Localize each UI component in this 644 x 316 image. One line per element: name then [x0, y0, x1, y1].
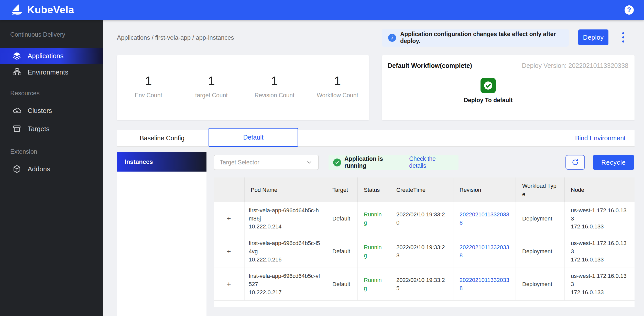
pod-name-cell: first-vela-app-696cd64b5c-hm86j 10.222.0… [244, 202, 326, 235]
createtime-cell: 2022/02/10 19:33:23 [390, 235, 453, 268]
sidebar-item-label: Applications [28, 52, 63, 60]
check-circle-icon [333, 159, 341, 166]
workflow-node-label: Deploy To default [455, 97, 521, 104]
status-cell: Running [357, 268, 390, 301]
archive-icon [12, 124, 21, 133]
recycle-button[interactable]: Recycle [593, 155, 634, 170]
bind-environment-link[interactable]: Bind Environment [575, 130, 626, 146]
cube-icon [12, 164, 21, 174]
status-cell: Running [357, 202, 390, 235]
pods-table-container: Pod Name Target Status CreateTime Revisi… [214, 177, 635, 307]
workflow-success-node-icon[interactable] [481, 78, 496, 93]
col-node: Node [564, 177, 635, 202]
table-row: + first-vela-app-696cd64b5c-vf527 10.222… [214, 268, 635, 301]
sidebar-item-applications[interactable]: Applications [0, 48, 103, 64]
sidebar-item-label: Targets [28, 125, 49, 133]
revision-link[interactable]: 20220210113320338 [453, 202, 516, 235]
stat-value: 1 [117, 74, 180, 88]
deploy-version: Deploy Version: 20220210113320338 [522, 62, 628, 69]
pods-table: Pod Name Target Status CreateTime Revisi… [214, 177, 635, 301]
sidebar: Continuous Delivery Applications Environ… [0, 20, 103, 316]
expand-row-button[interactable]: + [214, 268, 244, 301]
table-row: + first-vela-app-696cd64b5c-l54vg 10.222… [214, 235, 635, 268]
sidebar-section-continuous-delivery: Continuous Delivery [10, 31, 103, 38]
col-target: Target [326, 177, 357, 202]
table-header-row: Pod Name Target Status CreateTime Revisi… [214, 177, 635, 202]
sidebar-item-addons[interactable]: Addons [0, 161, 103, 177]
stat-label: Env Count [117, 92, 180, 99]
col-expand [214, 177, 244, 202]
stat-value: 1 [180, 74, 243, 88]
revision-link[interactable]: 20220210113320338 [453, 268, 516, 301]
pod-name: first-vela-app-696cd64b5c-l54vg [249, 239, 323, 256]
kubevela-logo-icon [10, 4, 24, 16]
table-row: + first-vela-app-696cd64b5c-hm86j 10.222… [214, 202, 635, 235]
status-text: Application is running [344, 155, 406, 169]
instances-menu-item[interactable]: Instances [117, 152, 206, 172]
sitemap-icon [12, 68, 21, 77]
pod-name-cell: first-vela-app-696cd64b5c-l54vg 10.222.0… [244, 235, 326, 268]
brand[interactable]: KubeVela [10, 4, 74, 16]
layers-icon [12, 51, 21, 60]
stat-value: 1 [243, 74, 306, 88]
brand-name: KubeVela [27, 4, 74, 16]
pod-name-cell: first-vela-app-696cd64b5c-vf527 10.222.0… [244, 268, 326, 301]
workload-type-cell: Deployment [516, 268, 564, 301]
stat-target-count: 1 target Count [180, 74, 243, 120]
target-selector-dropdown[interactable]: Target Selector [214, 155, 319, 170]
workload-type-cell: Deployment [516, 235, 564, 268]
pod-ip: 10.222.0.216 [249, 256, 323, 264]
check-details-link[interactable]: Check the details [409, 155, 454, 169]
col-status: Status [357, 177, 390, 202]
target-cell: Default [326, 202, 357, 235]
sidebar-item-targets[interactable]: Targets [0, 121, 103, 137]
createtime-cell: 2022/02/10 19:33:25 [390, 268, 453, 301]
node-name: us-west-1.172.16.0.133 [571, 206, 628, 223]
deploy-button[interactable]: Deploy [578, 29, 608, 45]
help-icon[interactable]: ? [625, 5, 634, 15]
pod-ip: 10.222.0.214 [249, 223, 323, 231]
stats-card: 1 Env Count 1 target Count 1 Revision Co… [117, 55, 369, 120]
sidebar-item-label: Addons [28, 165, 50, 173]
deploy-alert: i Application configuration changes take… [382, 29, 569, 47]
alert-text: Application configuration changes take e… [400, 31, 563, 45]
node-cell: us-west-1.172.16.0.133 172.16.0.133 [564, 202, 635, 235]
target-cell: Default [326, 268, 357, 301]
stat-label: Workflow Count [306, 92, 369, 99]
tab-baseline-config[interactable]: Baseline Config [117, 130, 207, 146]
col-createtime: CreateTime [390, 177, 453, 202]
pod-name: first-vela-app-696cd64b5c-hm86j [249, 206, 323, 223]
node-cell: us-west-1.172.16.0.133 172.16.0.133 [564, 268, 635, 301]
stat-label: Revision Count [243, 92, 306, 99]
sidebar-item-environments[interactable]: Environments [0, 64, 103, 80]
stat-workflow-count: 1 Workflow Count [306, 74, 369, 120]
node-ip: 172.16.0.133 [571, 256, 628, 264]
workflow-card: Default Workflow(complete) Deploy Versio… [382, 55, 635, 120]
expand-row-button[interactable]: + [214, 202, 244, 235]
node-name: us-west-1.172.16.0.133 [571, 239, 628, 256]
top-header: KubeVela ? [0, 0, 644, 20]
pod-name: first-vela-app-696cd64b5c-vf527 [249, 272, 323, 288]
more-actions-icon[interactable] [617, 29, 629, 45]
sidebar-item-clusters[interactable]: Clusters [0, 102, 103, 119]
node-ip: 172.16.0.133 [571, 288, 628, 297]
instances-panel: Instances [117, 152, 206, 316]
stat-env-count: 1 Env Count [117, 74, 180, 120]
breadcrumb[interactable]: Applications / first-vela-app / app-inst… [117, 34, 234, 41]
revision-link[interactable]: 20220210113320338 [453, 235, 516, 268]
target-cell: Default [326, 235, 357, 268]
workload-type-cell: Deployment [516, 202, 564, 235]
refresh-icon [571, 159, 579, 166]
chevron-down-icon [306, 159, 313, 166]
expand-row-button[interactable]: + [214, 235, 244, 268]
sidebar-section-resources: Resources [10, 90, 103, 97]
col-workload-type: Workload Type [516, 177, 564, 202]
cloud-download-icon [12, 106, 21, 115]
sidebar-section-extension: Extension [10, 148, 103, 155]
app-status-banner: Application is running Check the details [329, 155, 459, 170]
tab-default[interactable]: Default [209, 128, 298, 147]
target-selector-placeholder: Target Selector [220, 159, 259, 166]
refresh-button[interactable] [565, 155, 585, 170]
node-ip: 172.16.0.133 [571, 223, 628, 231]
col-revision: Revision [453, 177, 516, 202]
